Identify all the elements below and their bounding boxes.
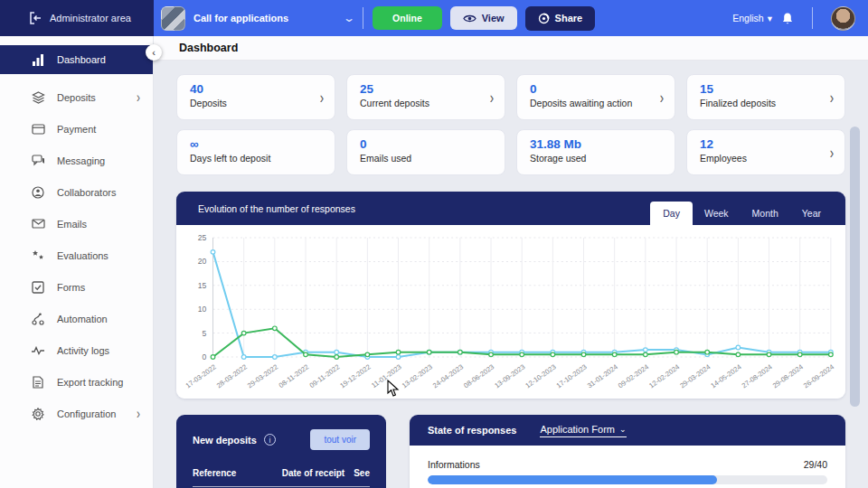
sidebar-item-label: Dashboard <box>57 54 140 65</box>
svg-text:12-02-2024: 12-02-2024 <box>647 362 682 389</box>
info-icon: i <box>264 434 276 446</box>
chevron-down-icon: ⌄ <box>343 12 355 24</box>
tab-year[interactable]: Year <box>790 202 833 225</box>
response-row: Informations 29/40 <box>428 459 827 470</box>
svg-text:13-02-2023: 13-02-2023 <box>401 362 434 389</box>
sidebar-item-label: Activity logs <box>57 345 140 356</box>
see-all-button[interactable]: tout voir <box>310 429 370 450</box>
sidebar-item-automation[interactable]: Automation <box>0 303 153 334</box>
stat-value: 0 <box>530 82 662 96</box>
stat-label: Deposits <box>190 98 322 108</box>
sidebar-item-export-tracking[interactable]: Export tracking <box>0 366 153 398</box>
sidebar-item-activity-logs[interactable]: Activity logs <box>0 334 153 366</box>
chart-period-tabs: Day Week Month Year <box>650 192 845 225</box>
sidebar-item-label: Collaborators <box>57 187 140 198</box>
layers-icon <box>31 91 45 104</box>
chevron-right-icon: › <box>320 88 324 107</box>
caret-down-icon: ▾ <box>768 13 772 23</box>
sidebar-item-forms[interactable]: Forms <box>0 271 153 303</box>
svg-text:29-03-2024: 29-03-2024 <box>678 362 712 389</box>
responses-chart-card: Evolution of the number of responses Day… <box>176 192 845 399</box>
sidebar-item-evaluations[interactable]: Evaluations <box>0 239 153 271</box>
svg-text:24-04-2023: 24-04-2023 <box>431 362 465 389</box>
sidebar-collapse-button[interactable]: ‹ <box>146 44 162 61</box>
activity-pulse-icon <box>31 346 45 355</box>
svg-text:19-12-2022: 19-12-2022 <box>338 362 372 389</box>
stat-value: 15 <box>700 82 832 96</box>
language-selector[interactable]: English ▾ <box>732 13 772 23</box>
share-button[interactable]: Share <box>525 6 596 31</box>
eye-icon <box>463 14 476 23</box>
sidebar-item-collaborators[interactable]: Collaborators <box>0 176 153 208</box>
svg-text:27-08-2024: 27-08-2024 <box>741 362 775 389</box>
stat-card-current-deposits[interactable]: 25 Current deposits › <box>346 74 505 120</box>
stats-grid: 40 Deposits › 25 Current deposits › 0 De… <box>176 74 845 175</box>
bar-chart-icon <box>31 54 45 66</box>
sidebar-item-deposits[interactable]: Deposits › <box>0 81 153 113</box>
sidebar-item-configuration[interactable]: Configuration › <box>0 398 153 429</box>
stat-card-employees[interactable]: 12 Employees › <box>686 129 845 175</box>
gear-icon <box>31 408 45 420</box>
credit-card-icon <box>31 124 45 135</box>
svg-text:14-05-2024: 14-05-2024 <box>709 362 743 389</box>
sidebar-item-payment[interactable]: Payment <box>0 113 153 145</box>
chevron-right-icon: › <box>830 88 834 107</box>
svg-text:15: 15 <box>198 281 207 290</box>
svg-text:09-02-2024: 09-02-2024 <box>617 362 651 389</box>
sidebar: Dashboard Deposits › Payment Messaging C… <box>0 36 154 488</box>
svg-text:26-09-2024: 26-09-2024 <box>802 362 836 389</box>
check-square-icon <box>31 281 45 294</box>
bell-icon[interactable] <box>781 12 794 25</box>
page-scrollbar[interactable] <box>850 127 860 407</box>
form-selector-dropdown[interactable]: Application Form ⌄ <box>540 424 626 437</box>
stat-card-awaiting-action[interactable]: 0 Deposits awaiting action › <box>516 74 675 120</box>
admin-area-button[interactable]: Administrator area <box>0 0 154 36</box>
admin-area-label: Administrator area <box>50 13 131 23</box>
svg-text:0: 0 <box>203 352 207 361</box>
topbar: Administrator area Call for applications… <box>0 0 868 36</box>
stat-label: Deposits awaiting action <box>530 98 662 108</box>
svg-text:31-01-2024: 31-01-2024 <box>586 362 620 389</box>
user-avatar[interactable] <box>831 6 855 31</box>
language-label: English <box>732 13 763 23</box>
section-label: Informations <box>428 459 480 470</box>
stat-value: ∞ <box>190 137 322 151</box>
stat-value: 0 <box>360 137 492 151</box>
responses-body: Informations 29/40 Team Members 27/40 <box>410 446 845 488</box>
sidebar-item-label: Deposits <box>57 92 125 103</box>
share-icon <box>538 13 550 24</box>
tab-week[interactable]: Week <box>693 202 741 225</box>
svg-text:08-06-2023: 08-06-2023 <box>462 362 495 389</box>
deposits-table-header: Reference Date of receipt See <box>193 468 370 478</box>
stat-card-deposits[interactable]: 40 Deposits › <box>176 74 335 120</box>
chevron-right-icon: › <box>830 143 834 162</box>
sidebar-item-label: Payment <box>57 124 140 135</box>
document-icon <box>31 376 45 389</box>
svg-text:28-03-2022: 28-03-2022 <box>215 362 249 389</box>
stat-card-days-left: ∞ Days left to deposit <box>176 129 335 175</box>
exit-icon <box>29 12 42 24</box>
online-status-button[interactable]: Online <box>373 6 442 30</box>
tab-day[interactable]: Day <box>650 202 693 225</box>
svg-text:29-03-2022: 29-03-2022 <box>246 362 279 389</box>
tab-month[interactable]: Month <box>741 202 790 225</box>
stat-value: 31.88 Mb <box>530 137 662 151</box>
column-reference: Reference <box>193 468 236 478</box>
chart-title: Evolution of the number of responses <box>198 203 650 214</box>
sidebar-item-emails[interactable]: Emails <box>0 208 153 239</box>
svg-text:10: 10 <box>198 305 207 314</box>
caret-down-icon: ⌄ <box>619 425 627 434</box>
view-button[interactable]: View <box>450 6 517 30</box>
sidebar-item-label: Emails <box>57 219 140 230</box>
divider <box>812 7 813 29</box>
stat-card-finalized-deposits[interactable]: 15 Finalized deposits › <box>686 74 845 120</box>
column-date-of-receipt: Date of receipt <box>282 468 344 478</box>
sidebar-item-label: Configuration <box>57 408 125 419</box>
topbar-right: English ▾ <box>732 6 868 31</box>
main-content: Dashboard 40 Deposits › 25 Current depos… <box>154 36 868 488</box>
stat-card-storage-used: 31.88 Mb Storage used <box>516 129 675 175</box>
new-deposits-title: New deposits <box>193 435 257 446</box>
sidebar-item-messaging[interactable]: Messaging <box>0 145 153 176</box>
project-selector[interactable]: Call for applications ⌄ <box>154 6 354 31</box>
sidebar-item-dashboard[interactable]: Dashboard <box>0 45 153 74</box>
